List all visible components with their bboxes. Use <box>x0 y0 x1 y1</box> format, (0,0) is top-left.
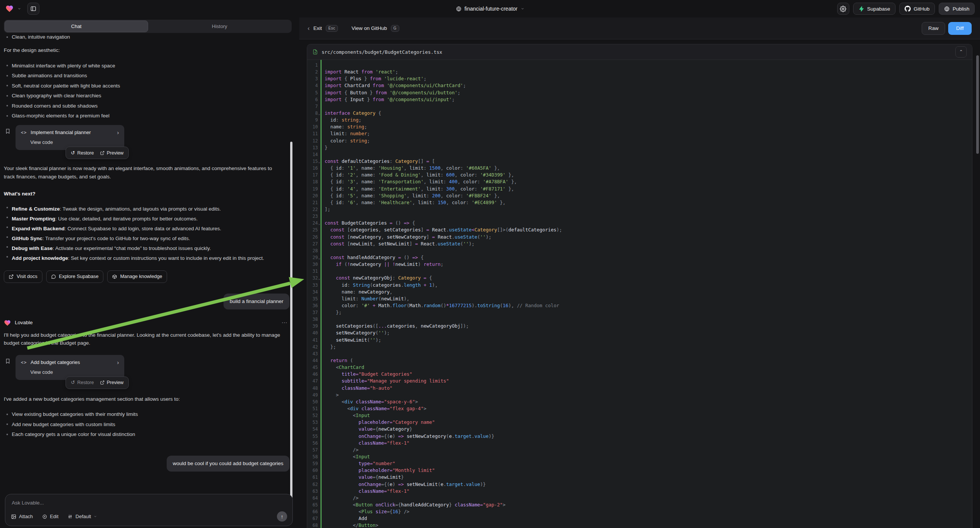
external-link-icon <box>100 380 105 385</box>
preview-button[interactable]: Preview <box>100 380 124 386</box>
fold-chevron-icon[interactable]: ⌄ <box>318 220 320 227</box>
code-line: 16 { id: '1', name: 'Housing', limit: 15… <box>307 165 972 172</box>
file-path-bar[interactable]: src/components/budget/BudgetCategories.t… <box>307 44 972 60</box>
line-number: 23 <box>307 213 318 220</box>
view-code-link[interactable]: View code <box>30 139 119 145</box>
workspace-chevron-down-icon[interactable] <box>18 7 21 11</box>
view-code-link[interactable]: View code <box>30 369 119 375</box>
chat-panel: Chat History Clean, intuitive navigation… <box>0 17 299 528</box>
code-line: 41 setNewLimit(''); <box>307 337 972 344</box>
attach-button[interactable]: Attach <box>11 514 33 519</box>
view-on-github-button[interactable]: View on GitHub <box>352 25 387 31</box>
code-line: 22]; <box>307 206 972 213</box>
list-item: Add new budget categories with custom li… <box>4 421 295 428</box>
tab-history[interactable]: History <box>148 21 291 32</box>
whats-next-item: Refine & Customize: Tweak the design, an… <box>4 205 286 213</box>
code-line: 46 title="Budget Categories" <box>307 371 972 378</box>
exit-button[interactable]: Exit <box>313 25 322 31</box>
code-line: 8⌄interface Category { <box>307 110 972 117</box>
message-menu-dots-icon[interactable]: ⋯ <box>282 320 288 326</box>
github-button[interactable]: GitHub <box>899 3 935 15</box>
user-message: build a financial planner <box>223 294 290 309</box>
project-switcher[interactable]: financial-future-creator <box>456 0 524 17</box>
line-number: 48 <box>307 385 318 392</box>
explore-supabase-button[interactable]: Explore Supabase <box>46 270 104 283</box>
code-area[interactable]: 12import React from 'react';3import { Pl… <box>307 60 972 528</box>
code-line: 10 name: string; <box>307 124 972 130</box>
whats-next-item: GitHub Sync: Transfer your project's cod… <box>4 234 286 242</box>
line-number: 62 <box>307 481 318 488</box>
composer-input[interactable]: Ask Lovable... <box>12 500 44 506</box>
chevron-right-icon: › <box>117 130 119 135</box>
list-item: Minimalist interface with plenty of whit… <box>4 63 295 69</box>
chat-composer[interactable]: Ask Lovable... Attach Edit Default <box>5 494 293 526</box>
line-number: 12 <box>307 137 318 144</box>
fold-chevron-icon[interactable]: ⌄ <box>318 254 320 261</box>
code-scrollbar-thumb[interactable] <box>976 55 979 154</box>
line-number: 8 <box>307 110 318 117</box>
design-heading: For the design aesthetic: <box>4 46 295 54</box>
visit-docs-button[interactable]: Visit docs <box>4 270 43 283</box>
preview-button[interactable]: Preview <box>100 150 124 156</box>
collapse-chevron-up-button[interactable]: ⌃ <box>955 46 967 57</box>
file-added-icon <box>312 49 318 55</box>
line-number: 67 <box>307 515 318 522</box>
code-line: 49 > <box>307 392 972 398</box>
code-line: 50 <div className="space-y-6"> <box>307 398 972 405</box>
code-line: 29⌄ const handleAddCategory = () => { <box>307 254 972 261</box>
supabase-label: Supabase <box>867 6 890 12</box>
code-line: 7 <box>307 103 972 110</box>
code-viewer-header: ‹ Exit Esc View on GitHub G Raw Diff <box>299 17 980 40</box>
line-number: 68 <box>307 522 318 528</box>
whats-next-heading: What's next? <box>4 190 295 198</box>
github-icon <box>905 6 911 12</box>
version-card-add-budget-categories[interactable]: <> Add budget categories › View code ↺ R… <box>16 355 124 380</box>
restore-button[interactable]: ↺ Restore <box>71 150 94 156</box>
code-line: 28 <box>307 247 972 254</box>
lovable-logo-icon[interactable] <box>5 5 14 13</box>
line-number: 33 <box>307 282 318 289</box>
list-item: Clean typography with clear hierarchies <box>4 93 295 99</box>
version-card-implement-financial-planner[interactable]: <> Implement financial planner › View co… <box>16 125 124 150</box>
mode-selector[interactable]: Default <box>67 514 97 519</box>
list-item: View existing budget categories with the… <box>4 411 295 417</box>
chat-messages[interactable]: Clean, intuitive navigation For the desi… <box>4 33 295 491</box>
code-line: 60 placeholder="Monthly limit" <box>307 467 972 474</box>
chat-scrollbar-thumb[interactable] <box>290 142 293 507</box>
send-button[interactable]: ↑ <box>277 511 287 522</box>
restore-button[interactable]: ↺ Restore <box>71 380 94 386</box>
code-line: 39 setCategories([...categories, newCate… <box>307 323 972 329</box>
external-link-icon <box>9 274 14 279</box>
line-number: 52 <box>307 412 318 419</box>
code-line: 53 placeholder="Category name" <box>307 419 972 426</box>
bookmark-icon[interactable] <box>5 128 11 134</box>
chevron-right-icon: › <box>117 359 119 366</box>
code-line: 57 /> <box>307 447 972 453</box>
whats-next-item: Add project knowledge: Set key context o… <box>4 254 286 262</box>
raw-toggle-button[interactable]: Raw <box>922 22 945 35</box>
bookmark-icon[interactable] <box>5 358 11 364</box>
line-number: 44 <box>307 357 318 364</box>
line-number: 20 <box>307 192 318 199</box>
line-number: 26 <box>307 234 318 240</box>
design-bullet-list: Minimalist interface with plenty of whit… <box>4 63 295 119</box>
diff-toggle-button[interactable]: Diff <box>948 22 972 35</box>
code-line: 66 <Plus size={16} /> <box>307 508 972 515</box>
tab-chat[interactable]: Chat <box>5 21 148 32</box>
fold-chevron-icon[interactable]: ⌄ <box>318 158 320 165</box>
user-message: would be cool if you could add budget ca… <box>167 456 290 472</box>
line-number: 51 <box>307 405 318 412</box>
line-number: 45 <box>307 364 318 371</box>
fold-chevron-icon[interactable]: ⌄ <box>318 110 320 117</box>
assistant-name: Lovable <box>15 320 33 326</box>
toggle-sidebar-button[interactable] <box>27 3 40 15</box>
supabase-button[interactable]: Supabase <box>853 3 896 15</box>
code-line: 31 <box>307 268 972 275</box>
settings-gear-button[interactable] <box>837 3 849 15</box>
code-line: 56 className="flex-1" <box>307 440 972 447</box>
edit-mode-button[interactable]: Edit <box>42 514 58 519</box>
line-number: 3 <box>307 75 318 82</box>
publish-button[interactable]: Publish <box>939 3 975 15</box>
fold-chevron-icon[interactable]: ⌄ <box>318 275 320 282</box>
manage-knowledge-button[interactable]: Manage knowledge <box>107 270 167 283</box>
